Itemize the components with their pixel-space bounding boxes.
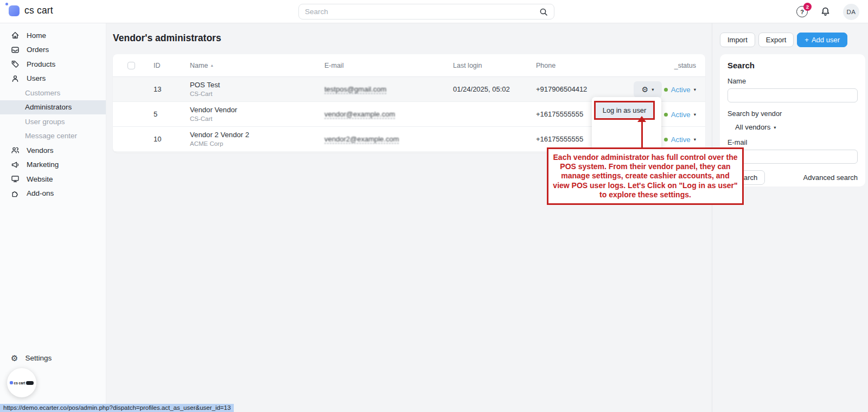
- cscart-mini-logo-text: cs cart: [14, 381, 25, 385]
- caret-down-icon: ▾: [652, 87, 654, 92]
- column-header-name-label: Name: [190, 62, 208, 69]
- sidebar-item-label: Vendors: [27, 146, 54, 154]
- sidebar-item-label: Orders: [27, 46, 49, 54]
- annotation-arrow-head-icon: [637, 116, 646, 122]
- sidebar-item-label: Users: [27, 74, 46, 82]
- cell-name[interactable]: POS Test: [190, 81, 220, 89]
- cell-phone: +16175555555: [536, 102, 583, 127]
- cell-company: ACME Corp: [190, 140, 249, 147]
- column-header-id[interactable]: ID: [154, 54, 161, 77]
- cscart-floating-badge[interactable]: cs cart: [7, 368, 36, 397]
- add-user-button[interactable]: + Add user: [797, 33, 847, 47]
- sidebar-item-user-groups[interactable]: User groups: [0, 114, 106, 129]
- monitor-icon: [11, 175, 20, 183]
- cell-email[interactable]: vendor2@example.com: [324, 135, 399, 144]
- column-header-name[interactable]: Name▲: [190, 54, 214, 77]
- cscart-logo[interactable]: cs cart: [9, 5, 53, 16]
- row-actions-button[interactable]: ⚙ ▾: [634, 81, 662, 98]
- sidebar-item-vendors[interactable]: Vendors: [0, 143, 106, 158]
- plus-icon: +: [805, 36, 809, 44]
- annotation-callout: Each vendor administrator has full contr…: [547, 147, 744, 205]
- sidebar-item-users[interactable]: Users: [0, 72, 106, 86]
- sidebar-item-label: Home: [27, 31, 46, 40]
- search-icon[interactable]: [539, 8, 548, 16]
- email-field[interactable]: [727, 150, 858, 164]
- sidebar-item-label: Settings: [25, 354, 52, 362]
- annotation-arrow-line: [641, 121, 643, 147]
- caret-down-icon: ▾: [774, 125, 776, 130]
- menu-item-label: Log in as user: [603, 106, 646, 114]
- status-dropdown[interactable]: Active ▾: [664, 102, 696, 127]
- advanced-search-link[interactable]: Advanced search: [803, 173, 858, 182]
- bell-icon[interactable]: [820, 7, 831, 17]
- sidebar-item-label: Message center: [25, 132, 77, 140]
- sidebar-item-label: Products: [27, 60, 55, 68]
- sidebar-item-orders[interactable]: Orders: [0, 43, 106, 57]
- top-bar: cs cart ? 2 DA: [0, 0, 868, 23]
- sidebar-item-label: Website: [27, 175, 53, 183]
- vendor-select-value: All vendors: [735, 123, 770, 131]
- home-icon: [11, 31, 20, 40]
- column-header-last-login[interactable]: Last login: [453, 54, 482, 77]
- sidebar-item-settings[interactable]: ⚙ Settings: [0, 351, 106, 365]
- status-label: Active: [671, 111, 691, 119]
- badge-pill-icon: [26, 381, 34, 385]
- cell-name[interactable]: Vendor Vendor: [190, 106, 237, 114]
- sidebar-item-message-center[interactable]: Message center: [0, 129, 106, 144]
- status-dot-icon: [664, 88, 668, 92]
- column-header-email[interactable]: E-mail: [324, 54, 343, 77]
- sidebar: Home Orders Products Users Customers Adm…: [0, 23, 106, 412]
- help-badge: 2: [803, 3, 812, 11]
- sidebar-item-customers[interactable]: Customers: [0, 86, 106, 100]
- sidebar-item-home[interactable]: Home: [0, 28, 106, 43]
- sidebar-item-label: Marketing: [27, 160, 59, 169]
- tag-icon: [11, 60, 20, 68]
- cscart-mini-logo-icon: [10, 381, 13, 384]
- gear-icon: ⚙: [11, 354, 18, 362]
- name-field[interactable]: [727, 88, 858, 102]
- email-field-label: E-mail: [727, 138, 858, 146]
- caret-down-icon: ▾: [694, 87, 696, 92]
- cell-phone: +917906504412: [536, 77, 587, 102]
- sidebar-item-label: Administrators: [25, 103, 72, 111]
- sort-asc-icon: ▲: [210, 63, 214, 67]
- global-search-input[interactable]: [305, 8, 539, 16]
- status-dropdown[interactable]: Active ▾: [664, 77, 696, 102]
- cell-name[interactable]: Vendor 2 Vendor 2: [190, 131, 249, 139]
- sidebar-item-marketing[interactable]: Marketing: [0, 158, 106, 172]
- cell-id: 13: [154, 77, 161, 102]
- column-header-phone[interactable]: Phone: [536, 54, 556, 77]
- import-button[interactable]: Import: [720, 33, 755, 47]
- cell-company: CS-Cart: [190, 91, 220, 97]
- content-divider: [712, 23, 712, 412]
- column-header-status[interactable]: _status: [674, 54, 696, 77]
- select-all-checkbox[interactable]: [127, 62, 135, 69]
- global-search: [298, 4, 554, 20]
- sidebar-item-label: User groups: [25, 118, 65, 126]
- name-field-label: Name: [727, 77, 858, 85]
- sidebar-item-website[interactable]: Website: [0, 172, 106, 186]
- gear-icon: ⚙: [642, 86, 649, 93]
- avatar[interactable]: DA: [843, 4, 859, 20]
- table-header-row: ID Name▲ E-mail Last login Phone _status: [113, 54, 705, 77]
- vendor-field-label: Search by vendor: [727, 110, 858, 118]
- status-label: Active: [671, 86, 691, 94]
- page-actions: Import Export + Add user: [720, 33, 847, 47]
- cell-last-login: 01/24/2025, 05:02: [453, 77, 510, 102]
- sidebar-item-label: Add-ons: [27, 189, 54, 197]
- user-icon: [11, 74, 20, 83]
- add-user-label: Add user: [812, 36, 840, 44]
- cell-email[interactable]: testpos@gmail.com: [324, 85, 386, 94]
- help-icon[interactable]: ? 2: [796, 6, 808, 17]
- cell-email[interactable]: vendor@example.com: [324, 110, 395, 119]
- sidebar-item-addons[interactable]: Add-ons: [0, 186, 106, 201]
- sidebar-item-administrators[interactable]: Administrators: [0, 100, 106, 115]
- caret-down-icon: ▾: [694, 137, 696, 142]
- people-icon: [11, 146, 20, 154]
- page-title: Vendor's administrators: [113, 33, 221, 44]
- export-button[interactable]: Export: [758, 33, 794, 47]
- cell-company: CS-Cart: [190, 115, 237, 122]
- megaphone-icon: [11, 160, 20, 169]
- vendor-select[interactable]: All vendors ▾: [727, 123, 858, 131]
- sidebar-item-products[interactable]: Products: [0, 57, 106, 72]
